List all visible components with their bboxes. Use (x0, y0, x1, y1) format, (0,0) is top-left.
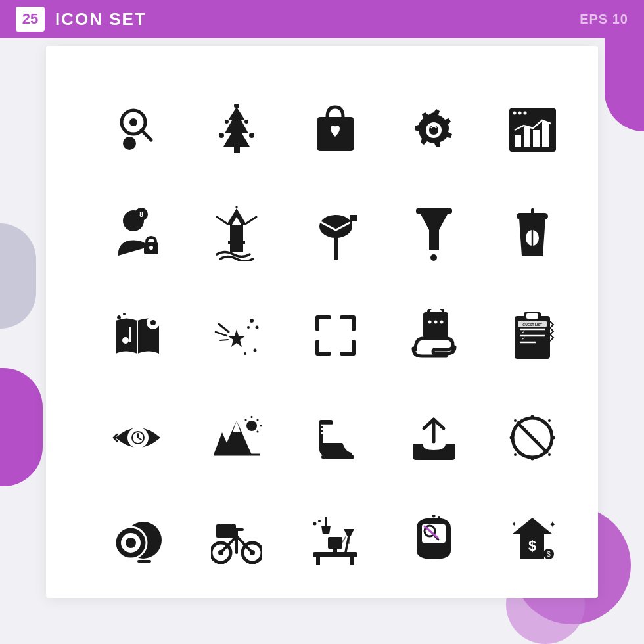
icon-cell-desk-lamp (286, 489, 384, 591)
svg-rect-39 (531, 208, 534, 215)
svg-point-24 (149, 246, 153, 250)
svg-text:8: 8 (139, 211, 143, 218)
svg-rect-32 (334, 235, 338, 260)
svg-line-124 (342, 537, 346, 542)
svg-rect-27 (230, 225, 243, 252)
svg-rect-18 (515, 135, 521, 147)
icon-cell-location-pin-search (89, 79, 187, 181)
svg-line-2 (141, 130, 151, 140)
svg-point-58 (428, 321, 432, 324)
lighthouse-pen-icon (214, 205, 260, 261)
svg-line-94 (518, 423, 547, 452)
svg-point-52 (250, 319, 254, 323)
svg-point-17 (523, 112, 526, 115)
bicycle-cart-icon (211, 517, 262, 564)
mountain-sun-icon (212, 414, 262, 461)
svg-line-30 (246, 217, 256, 223)
svg-rect-117 (216, 524, 236, 538)
user-lock-icon: 8 (115, 206, 161, 259)
ice-skate-icon (310, 413, 361, 463)
icon-cell-coffee-cup (483, 181, 582, 284)
svg-point-99 (514, 419, 517, 422)
icon-cell-shooting-star (187, 284, 286, 386)
header-title: ICON SET (55, 9, 580, 30)
desk-lamp-icon (310, 516, 361, 565)
header-eps: EPS 10 (580, 12, 628, 27)
icon-cell-lighthouse-pen (187, 181, 286, 284)
svg-text:✓: ✓ (522, 336, 526, 340)
svg-point-15 (513, 112, 516, 115)
svg-point-55 (253, 348, 256, 352)
svg-point-1 (129, 118, 137, 126)
svg-rect-122 (333, 549, 337, 553)
money-house-icon: $ ✦ ✦ $ (508, 515, 557, 566)
svg-rect-14 (509, 108, 556, 118)
svg-rect-21 (542, 122, 549, 147)
svg-line-29 (217, 217, 227, 223)
svg-rect-35 (352, 215, 357, 221)
icon-cell-money-house: $ ✦ ✦ $ (483, 489, 582, 591)
svg-point-53 (255, 325, 258, 329)
svg-line-84 (257, 431, 258, 432)
svg-point-47 (123, 313, 126, 315)
svg-rect-88 (321, 455, 354, 459)
icon-cell-bar-chart-window (483, 79, 582, 181)
svg-text:✓: ✓ (522, 329, 526, 334)
svg-text:$: $ (547, 551, 551, 558)
svg-rect-120 (350, 557, 354, 565)
svg-text:✦: ✦ (549, 519, 557, 530)
svg-point-59 (434, 321, 438, 324)
svg-rect-119 (316, 557, 320, 565)
icon-cell-no-search (384, 489, 483, 591)
svg-line-49 (219, 324, 229, 332)
icon-count: 25 (16, 7, 45, 32)
svg-point-42 (122, 337, 129, 344)
icon-cell-bicycle-cart (187, 489, 286, 591)
svg-text:✦: ✦ (511, 520, 517, 528)
location-pin-search-icon (115, 104, 161, 156)
svg-point-3 (123, 137, 136, 150)
svg-point-46 (118, 315, 121, 319)
icon-cell-guest-list: GUEST LIST ✓ ✓ (483, 284, 582, 386)
svg-point-134 (438, 516, 440, 518)
svg-point-95 (531, 415, 534, 419)
icon-cell-mountain-sun (187, 386, 286, 489)
svg-point-6 (234, 104, 239, 108)
svg-point-9 (225, 120, 229, 124)
background: 25 ICON SET EPS 10 (0, 0, 644, 644)
icon-cell-no-entry (483, 386, 582, 489)
bar-chart-window-icon (508, 107, 557, 153)
svg-point-128 (318, 520, 321, 522)
svg-point-100 (548, 419, 551, 422)
svg-marker-48 (227, 329, 246, 347)
svg-marker-86 (233, 421, 241, 432)
book-music-icon (112, 311, 164, 360)
expand-arrows-icon (311, 311, 360, 360)
christmas-tree-icon (212, 104, 262, 156)
svg-rect-34 (350, 215, 352, 228)
svg-point-127 (313, 522, 317, 525)
header-bar: 25 ICON SET EPS 10 (0, 0, 644, 38)
coins-icon (114, 517, 163, 564)
svg-text:GUEST LIST: GUEST LIST (522, 323, 541, 327)
svg-rect-5 (234, 147, 240, 153)
icon-grid: 8 (76, 66, 568, 578)
decorative-blob-left-mid (0, 223, 36, 329)
svg-line-85 (245, 419, 246, 421)
icon-cell-eye-clock (89, 386, 187, 489)
svg-rect-121 (328, 537, 342, 549)
coffee-cup-icon (513, 205, 552, 261)
svg-point-101 (514, 453, 517, 456)
svg-point-37 (430, 254, 437, 261)
hand-bag-icon (410, 309, 457, 361)
svg-rect-19 (524, 127, 530, 147)
svg-point-106 (126, 538, 136, 548)
svg-rect-36 (416, 208, 452, 214)
icon-cell-mailbox (286, 181, 384, 284)
icon-cell-tray-upload (384, 386, 483, 489)
icon-cell-user-lock: 8 (89, 181, 187, 284)
svg-point-8 (249, 133, 254, 138)
main-card: 8 (46, 46, 598, 598)
shopping-bag-heart-icon (314, 104, 357, 156)
svg-rect-43 (129, 327, 131, 342)
